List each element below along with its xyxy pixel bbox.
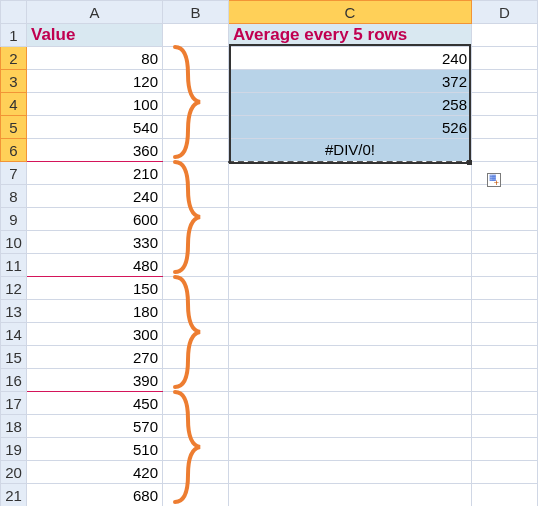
cell[interactable] <box>472 323 538 346</box>
cell[interactable] <box>472 438 538 461</box>
cell-value[interactable]: 360 <box>27 139 163 162</box>
row-header[interactable]: 8 <box>1 185 27 208</box>
row-header[interactable]: 13 <box>1 300 27 323</box>
row-header[interactable]: 5 <box>1 116 27 139</box>
row-header[interactable]: 9 <box>1 208 27 231</box>
cell[interactable] <box>229 346 472 369</box>
cell-value[interactable]: 330 <box>27 231 163 254</box>
cell[interactable] <box>163 392 229 415</box>
cell-value[interactable]: 600 <box>27 208 163 231</box>
cell[interactable] <box>229 208 472 231</box>
row-header[interactable]: 1 <box>1 24 27 47</box>
cell[interactable] <box>163 254 229 277</box>
cell-value[interactable]: 570 <box>27 415 163 438</box>
cell[interactable] <box>229 254 472 277</box>
cell[interactable] <box>472 162 538 185</box>
cell-avg[interactable]: 258 <box>229 93 472 116</box>
spreadsheet-grid[interactable]: A B C D 1 Value Average every 5 rows 280… <box>0 0 538 506</box>
cell-avg-error[interactable]: #DIV/0! <box>229 139 472 162</box>
cell[interactable] <box>163 24 229 47</box>
cell[interactable] <box>163 70 229 93</box>
cell[interactable] <box>163 47 229 70</box>
cell[interactable] <box>472 300 538 323</box>
cell-value[interactable]: 100 <box>27 93 163 116</box>
cell-value[interactable]: 680 <box>27 484 163 507</box>
cell-value[interactable]: 210 <box>27 162 163 185</box>
cell[interactable] <box>472 70 538 93</box>
row-header[interactable]: 11 <box>1 254 27 277</box>
cell[interactable] <box>163 484 229 507</box>
cell-avg[interactable]: 526 <box>229 116 472 139</box>
cell[interactable] <box>163 116 229 139</box>
cell-value[interactable]: 240 <box>27 185 163 208</box>
cell[interactable] <box>163 139 229 162</box>
cell-value[interactable]: 510 <box>27 438 163 461</box>
cell[interactable] <box>472 369 538 392</box>
cell[interactable] <box>472 277 538 300</box>
row-header[interactable]: 14 <box>1 323 27 346</box>
cell[interactable] <box>163 300 229 323</box>
col-header-d[interactable]: D <box>472 1 538 24</box>
cell[interactable] <box>163 438 229 461</box>
cell[interactable] <box>163 323 229 346</box>
cell-avg[interactable]: 372 <box>229 70 472 93</box>
cell[interactable] <box>472 185 538 208</box>
cell[interactable] <box>472 461 538 484</box>
cell-avg[interactable]: 240 <box>229 47 472 70</box>
cell-value[interactable]: 180 <box>27 300 163 323</box>
col-header-b[interactable]: B <box>163 1 229 24</box>
row-header[interactable]: 7 <box>1 162 27 185</box>
row-header[interactable]: 16 <box>1 369 27 392</box>
cell[interactable] <box>229 415 472 438</box>
cell[interactable] <box>472 116 538 139</box>
row-header[interactable]: 18 <box>1 415 27 438</box>
cell[interactable] <box>163 369 229 392</box>
cell-value[interactable]: 150 <box>27 277 163 300</box>
cell[interactable] <box>472 93 538 116</box>
cell[interactable] <box>229 185 472 208</box>
cell[interactable] <box>229 300 472 323</box>
cell[interactable] <box>229 231 472 254</box>
cell[interactable] <box>163 346 229 369</box>
row-header[interactable]: 4 <box>1 93 27 116</box>
cell[interactable] <box>472 47 538 70</box>
cell[interactable] <box>229 484 472 507</box>
cell[interactable] <box>472 208 538 231</box>
row-header[interactable]: 20 <box>1 461 27 484</box>
cell-value[interactable]: 300 <box>27 323 163 346</box>
col-header-c[interactable]: C <box>229 1 472 24</box>
cell-value[interactable]: 450 <box>27 392 163 415</box>
cell[interactable] <box>163 231 229 254</box>
cell[interactable] <box>163 277 229 300</box>
cell-value[interactable]: 270 <box>27 346 163 369</box>
cell[interactable] <box>472 139 538 162</box>
cell[interactable] <box>229 323 472 346</box>
cell[interactable] <box>472 392 538 415</box>
cell[interactable] <box>229 369 472 392</box>
cell[interactable] <box>472 415 538 438</box>
cell-value[interactable]: 420 <box>27 461 163 484</box>
cell[interactable] <box>472 231 538 254</box>
cell[interactable] <box>229 461 472 484</box>
cell[interactable] <box>229 162 472 185</box>
select-all-corner[interactable] <box>1 1 27 24</box>
cell-value[interactable]: 540 <box>27 116 163 139</box>
row-header[interactable]: 2 <box>1 47 27 70</box>
cell[interactable] <box>163 461 229 484</box>
cell[interactable] <box>163 185 229 208</box>
cell-value[interactable]: 80 <box>27 47 163 70</box>
cell[interactable] <box>229 277 472 300</box>
row-header[interactable]: 10 <box>1 231 27 254</box>
cell[interactable] <box>163 415 229 438</box>
cell-value[interactable]: 120 <box>27 70 163 93</box>
cell[interactable] <box>163 93 229 116</box>
header-value[interactable]: Value <box>27 24 163 47</box>
row-header[interactable]: 21 <box>1 484 27 507</box>
autofill-options-icon[interactable]: ▦ + <box>487 173 501 187</box>
cell[interactable] <box>163 162 229 185</box>
col-header-a[interactable]: A <box>27 1 163 24</box>
cell[interactable] <box>472 24 538 47</box>
row-header[interactable]: 12 <box>1 277 27 300</box>
row-header[interactable]: 6 <box>1 139 27 162</box>
cell[interactable] <box>472 346 538 369</box>
